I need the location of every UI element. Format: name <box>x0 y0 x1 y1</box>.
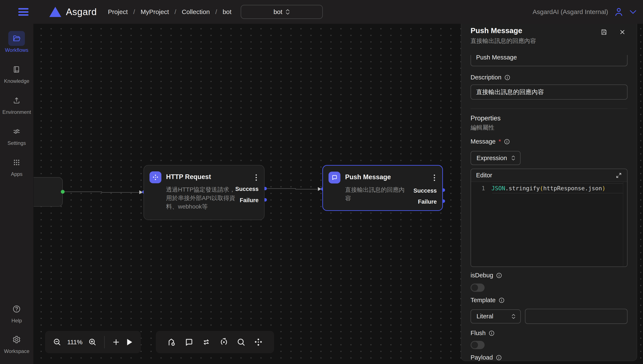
sidebar-item-knowledge[interactable]: Knowledge <box>4 62 29 84</box>
node-properties-panel: Push Message 直接輸出訊息的回應內容 Description Pro… <box>461 16 637 361</box>
properties-subheading: 編輯屬性 <box>471 125 627 130</box>
sidebar-item-environment[interactable]: Environment <box>2 93 31 115</box>
current-line-highlight <box>492 183 623 193</box>
brand-name: Asgard <box>66 6 97 17</box>
node-description: 直接輸出訊息的回應內容 <box>345 186 409 202</box>
expression-editor: Editor 1 JSON.stringify(httpResponse.jso… <box>471 168 627 267</box>
sidebar-item-label: Help <box>12 318 22 324</box>
sidebar-item-label: Environment <box>2 109 31 115</box>
sidebar-item-label: Workflows <box>5 47 28 53</box>
info-icon[interactable] <box>504 74 510 80</box>
info-icon[interactable] <box>496 272 502 278</box>
breadcrumb-myproject[interactable]: MyProject <box>141 8 169 16</box>
breadcrumb-bot[interactable]: bot <box>223 8 232 16</box>
auto-layout-icon[interactable] <box>254 338 263 347</box>
add-icon[interactable] <box>112 338 120 346</box>
workflow-select[interactable]: bot <box>241 5 323 19</box>
toolbar-divider <box>104 336 105 348</box>
sidebar-item-workflows[interactable]: Workflows <box>5 31 28 53</box>
message-type-select[interactable]: Expression <box>471 151 521 165</box>
isdebug-toggle[interactable] <box>471 284 485 292</box>
sidebar-item-apps[interactable]: Apps <box>8 155 25 177</box>
breadcrumb: Project / MyProject / Collection / bot <box>108 8 231 16</box>
app-window: Asgard Project / MyProject / Collection … <box>0 0 643 364</box>
swap-connections-icon[interactable] <box>201 338 211 347</box>
breadcrumb-collection[interactable]: Collection <box>182 8 210 16</box>
output-label-failure: Failure <box>240 197 259 204</box>
panel-subtitle: 直接輸出訊息的回應內容 <box>471 38 627 44</box>
code-line-1[interactable]: 1 JSON.stringify(httpResponse.json) <box>471 183 627 194</box>
account-area: AsgardAI (Asgard Internal) <box>533 0 637 24</box>
sidebar-item-label: Workspace <box>4 348 30 354</box>
run-icon[interactable] <box>126 338 133 346</box>
template-type-select[interactable]: Literal <box>471 310 521 324</box>
chevron-down-icon[interactable] <box>629 10 637 14</box>
chevron-updown-icon <box>285 9 290 15</box>
save-icon[interactable] <box>600 28 608 36</box>
chat-bubble-icon <box>331 174 338 181</box>
edge-arrowhead <box>318 187 321 191</box>
node-menu-kebab-icon[interactable] <box>254 174 259 182</box>
search-icon[interactable] <box>237 338 246 347</box>
message-type-value: Expression <box>477 154 507 162</box>
flush-label: Flush <box>471 330 627 336</box>
user-avatar-icon[interactable] <box>614 7 624 17</box>
comment-icon[interactable] <box>184 338 193 347</box>
chevron-updown-icon <box>511 155 515 161</box>
breadcrumb-separator: / <box>133 8 135 16</box>
account-label: AsgardAI (Asgard Internal) <box>533 8 608 16</box>
close-icon[interactable] <box>619 29 626 36</box>
properties-heading: Properties <box>471 115 627 122</box>
source-handle-green[interactable] <box>61 190 65 194</box>
breadcrumb-project[interactable]: Project <box>108 8 128 16</box>
sidebar-item-settings[interactable]: Settings <box>8 124 26 146</box>
add-node-icon[interactable] <box>167 338 176 347</box>
question-circle-icon <box>12 304 21 314</box>
info-icon[interactable] <box>499 297 505 303</box>
zoom-level: 111% <box>67 338 83 346</box>
template-type-value: Literal <box>477 313 493 320</box>
folder-open-icon <box>12 34 21 43</box>
editor-expand-icon[interactable] <box>615 172 622 178</box>
isdebug-label: isDebug <box>471 272 627 279</box>
template-value-input[interactable] <box>525 309 627 324</box>
triangle-logo-icon <box>49 7 61 17</box>
zoom-out-icon[interactable] <box>53 338 62 346</box>
code-area[interactable]: 1 JSON.stringify(httpResponse.json) <box>471 182 627 266</box>
flush-toggle[interactable] <box>471 341 485 349</box>
output-label-success: Success <box>413 188 437 194</box>
editor-scroll-edge <box>623 182 623 266</box>
output-label-success: Success <box>235 186 259 192</box>
sidebar-item-label: Apps <box>11 171 23 177</box>
section-divider <box>471 108 627 109</box>
sidebar-item-help[interactable]: Help <box>8 302 25 324</box>
node-menu-kebab-icon[interactable] <box>432 174 437 182</box>
line-number: 1 <box>471 185 491 192</box>
locate-icon[interactable] <box>219 338 229 347</box>
hamburger-menu-icon[interactable] <box>18 8 29 16</box>
name-input[interactable] <box>471 55 627 66</box>
info-icon[interactable] <box>504 139 510 144</box>
panel-scroll-area[interactable]: Description Properties 編輯屬性 Message * Ex… <box>471 55 627 361</box>
zoom-in-icon[interactable] <box>88 338 97 346</box>
sidebar-item-label: Knowledge <box>4 78 29 84</box>
sidebar-item-workspace[interactable]: Workspace <box>4 332 30 354</box>
brand[interactable]: Asgard <box>49 6 97 17</box>
node-title: HTTP Request <box>166 173 211 181</box>
push-node-icon <box>329 172 340 184</box>
node-description: 透過HTTP協定發送請求，用於串接外部API以取得資料、webhook等 <box>166 186 238 211</box>
description-input[interactable] <box>471 84 627 100</box>
upload-icon <box>12 96 21 105</box>
top-navbar: Asgard Project / MyProject / Collection … <box>0 0 643 24</box>
left-sidebar: Workflows Knowledge Environment Settings… <box>0 24 34 364</box>
node-http-request[interactable]: HTTP Request 透過HTTP協定發送請求，用於串接外部API以取得資料… <box>143 165 265 220</box>
output-label-failure: Failure <box>418 198 437 205</box>
apps-grid-icon <box>13 158 21 166</box>
info-icon[interactable] <box>496 355 502 360</box>
editor-label: Editor <box>476 172 492 179</box>
info-icon[interactable] <box>489 330 495 336</box>
breadcrumb-separator: / <box>174 8 176 16</box>
description-label: Description <box>471 74 627 81</box>
edge-arrowhead <box>139 190 143 194</box>
node-push-message[interactable]: Push Message 直接輸出訊息的回應內容 Success Failure <box>322 165 443 211</box>
